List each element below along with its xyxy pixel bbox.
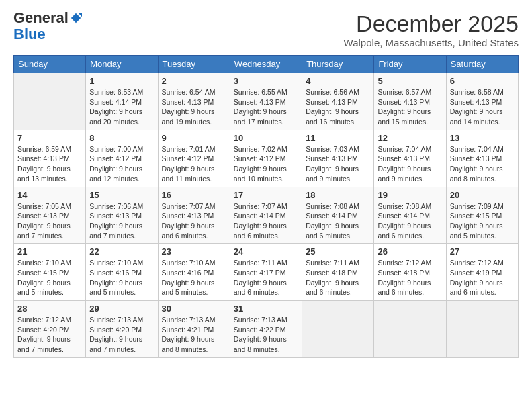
day-info: Sunrise: 6:58 AM Sunset: 4:13 PM Dayligh…: [450, 87, 515, 127]
day-number: 6: [450, 76, 515, 86]
day-number: 20: [450, 190, 515, 200]
day-info: Sunrise: 7:00 AM Sunset: 4:12 PM Dayligh…: [89, 144, 154, 184]
day-number: 18: [306, 190, 370, 200]
day-info: Sunrise: 7:07 AM Sunset: 4:13 PM Dayligh…: [162, 201, 226, 241]
day-number: 15: [89, 190, 154, 200]
calendar-week-5: 28Sunrise: 7:12 AM Sunset: 4:20 PM Dayli…: [14, 301, 519, 358]
day-number: 17: [234, 190, 298, 200]
day-number: 16: [162, 190, 226, 200]
day-info: Sunrise: 7:12 AM Sunset: 4:19 PM Dayligh…: [450, 258, 515, 298]
day-info: Sunrise: 6:56 AM Sunset: 4:13 PM Dayligh…: [306, 87, 370, 127]
day-number: 11: [306, 133, 370, 143]
calendar-cell: [374, 301, 446, 358]
day-number: 28: [17, 304, 82, 314]
day-info: Sunrise: 7:10 AM Sunset: 4:15 PM Dayligh…: [17, 258, 82, 298]
day-number: 25: [306, 246, 370, 257]
calendar-cell: 18Sunrise: 7:08 AM Sunset: 4:14 PM Dayli…: [302, 187, 374, 244]
day-info: Sunrise: 7:06 AM Sunset: 4:13 PM Dayligh…: [89, 201, 154, 241]
calendar-cell: [302, 301, 374, 358]
day-number: 31: [234, 304, 298, 314]
calendar-week-3: 14Sunrise: 7:05 AM Sunset: 4:13 PM Dayli…: [14, 187, 519, 244]
day-info: Sunrise: 6:55 AM Sunset: 4:13 PM Dayligh…: [234, 87, 298, 127]
day-info: Sunrise: 6:59 AM Sunset: 4:13 PM Dayligh…: [17, 144, 82, 184]
day-info: Sunrise: 7:13 AM Sunset: 4:21 PM Dayligh…: [162, 315, 226, 355]
day-info: Sunrise: 6:57 AM Sunset: 4:13 PM Dayligh…: [378, 87, 442, 127]
day-number: 13: [450, 133, 515, 143]
day-number: 9: [162, 133, 226, 143]
day-number: 4: [306, 76, 370, 86]
month-title: December 2025: [344, 11, 519, 37]
calendar-cell: 22Sunrise: 7:10 AM Sunset: 4:16 PM Dayli…: [86, 244, 158, 301]
calendar-cell: 16Sunrise: 7:07 AM Sunset: 4:13 PM Dayli…: [158, 187, 230, 244]
day-info: Sunrise: 7:13 AM Sunset: 4:20 PM Dayligh…: [89, 315, 154, 355]
day-number: 3: [234, 76, 298, 86]
day-number: 21: [17, 246, 82, 257]
day-info: Sunrise: 7:03 AM Sunset: 4:13 PM Dayligh…: [306, 144, 370, 184]
calendar-cell: 7Sunrise: 6:59 AM Sunset: 4:13 PM Daylig…: [14, 130, 86, 187]
day-number: 19: [378, 190, 442, 200]
day-info: Sunrise: 7:11 AM Sunset: 4:17 PM Dayligh…: [234, 258, 298, 298]
day-header-thursday: Thursday: [302, 56, 374, 73]
calendar-cell: 15Sunrise: 7:06 AM Sunset: 4:13 PM Dayli…: [86, 187, 158, 244]
calendar-cell: 29Sunrise: 7:13 AM Sunset: 4:20 PM Dayli…: [86, 301, 158, 358]
calendar-week-1: 1Sunrise: 6:53 AM Sunset: 4:14 PM Daylig…: [14, 73, 519, 130]
page: General Blue December 2025 Walpole, Mass…: [0, 0, 532, 411]
calendar-cell: 31Sunrise: 7:13 AM Sunset: 4:22 PM Dayli…: [230, 301, 302, 358]
calendar-cell: 14Sunrise: 7:05 AM Sunset: 4:13 PM Dayli…: [14, 187, 86, 244]
day-info: Sunrise: 7:10 AM Sunset: 4:16 PM Dayligh…: [89, 258, 154, 298]
calendar-cell: 4Sunrise: 6:56 AM Sunset: 4:13 PM Daylig…: [302, 73, 374, 130]
calendar-cell: [14, 73, 86, 130]
day-info: Sunrise: 6:53 AM Sunset: 4:14 PM Dayligh…: [89, 87, 154, 127]
calendar-cell: [446, 301, 518, 358]
logo-blue-text: Blue: [13, 26, 46, 42]
day-info: Sunrise: 7:02 AM Sunset: 4:12 PM Dayligh…: [234, 144, 298, 184]
day-number: 7: [17, 133, 82, 143]
day-info: Sunrise: 7:01 AM Sunset: 4:12 PM Dayligh…: [162, 144, 226, 184]
day-info: Sunrise: 6:54 AM Sunset: 4:13 PM Dayligh…: [162, 87, 226, 127]
calendar-cell: 26Sunrise: 7:12 AM Sunset: 4:18 PM Dayli…: [374, 244, 446, 301]
day-info: Sunrise: 7:05 AM Sunset: 4:13 PM Dayligh…: [17, 201, 82, 241]
day-info: Sunrise: 7:11 AM Sunset: 4:18 PM Dayligh…: [306, 258, 370, 298]
day-info: Sunrise: 7:12 AM Sunset: 4:18 PM Dayligh…: [378, 258, 442, 298]
day-info: Sunrise: 7:04 AM Sunset: 4:13 PM Dayligh…: [378, 144, 442, 184]
day-info: Sunrise: 7:07 AM Sunset: 4:14 PM Dayligh…: [234, 201, 298, 241]
day-number: 30: [162, 304, 226, 314]
calendar-cell: 24Sunrise: 7:11 AM Sunset: 4:17 PM Dayli…: [230, 244, 302, 301]
calendar-cell: 3Sunrise: 6:55 AM Sunset: 4:13 PM Daylig…: [230, 73, 302, 130]
calendar-cell: 28Sunrise: 7:12 AM Sunset: 4:20 PM Dayli…: [14, 301, 86, 358]
day-header-monday: Monday: [86, 56, 158, 73]
day-info: Sunrise: 7:09 AM Sunset: 4:15 PM Dayligh…: [450, 201, 515, 241]
day-info: Sunrise: 7:10 AM Sunset: 4:16 PM Dayligh…: [162, 258, 226, 298]
day-number: 24: [234, 246, 298, 257]
day-number: 29: [89, 304, 154, 314]
calendar-cell: 12Sunrise: 7:04 AM Sunset: 4:13 PM Dayli…: [374, 130, 446, 187]
calendar-cell: 1Sunrise: 6:53 AM Sunset: 4:14 PM Daylig…: [86, 73, 158, 130]
calendar-cell: 9Sunrise: 7:01 AM Sunset: 4:12 PM Daylig…: [158, 130, 230, 187]
calendar-cell: 19Sunrise: 7:08 AM Sunset: 4:14 PM Dayli…: [374, 187, 446, 244]
day-info: Sunrise: 7:08 AM Sunset: 4:14 PM Dayligh…: [306, 201, 370, 241]
day-number: 22: [89, 246, 154, 257]
day-number: 12: [378, 133, 442, 143]
day-number: 2: [162, 76, 226, 86]
location: Walpole, Massachusetts, United States: [344, 37, 519, 48]
calendar-cell: 20Sunrise: 7:09 AM Sunset: 4:15 PM Dayli…: [446, 187, 518, 244]
day-number: 14: [17, 190, 82, 200]
calendar-cell: 5Sunrise: 6:57 AM Sunset: 4:13 PM Daylig…: [374, 73, 446, 130]
day-info: Sunrise: 7:13 AM Sunset: 4:22 PM Dayligh…: [234, 315, 298, 355]
calendar-cell: 6Sunrise: 6:58 AM Sunset: 4:13 PM Daylig…: [446, 73, 518, 130]
svg-marker-0: [71, 13, 81, 23]
day-number: 1: [89, 76, 154, 86]
day-number: 23: [162, 246, 226, 257]
day-info: Sunrise: 7:04 AM Sunset: 4:13 PM Dayligh…: [450, 144, 515, 184]
logo-general-text: General: [13, 11, 69, 26]
day-info: Sunrise: 7:08 AM Sunset: 4:14 PM Dayligh…: [378, 201, 442, 241]
logo: General Blue: [13, 11, 82, 43]
day-header-wednesday: Wednesday: [230, 56, 302, 73]
day-header-sunday: Sunday: [14, 56, 86, 73]
calendar-cell: 8Sunrise: 7:00 AM Sunset: 4:12 PM Daylig…: [86, 130, 158, 187]
day-header-saturday: Saturday: [446, 56, 518, 73]
calendar-week-4: 21Sunrise: 7:10 AM Sunset: 4:15 PM Dayli…: [14, 244, 519, 301]
calendar-cell: 23Sunrise: 7:10 AM Sunset: 4:16 PM Dayli…: [158, 244, 230, 301]
day-number: 8: [89, 133, 154, 143]
calendar-cell: 11Sunrise: 7:03 AM Sunset: 4:13 PM Dayli…: [302, 130, 374, 187]
